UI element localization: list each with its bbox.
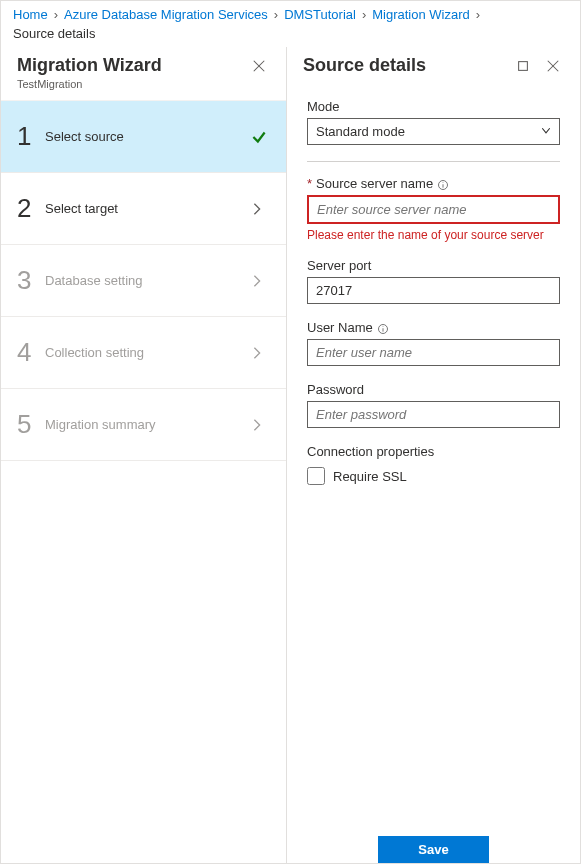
step-number: 4 [17,337,45,368]
step-number: 2 [17,193,45,224]
password-label: Password [307,382,560,397]
breadcrumb-current: Source details [13,26,95,41]
svg-rect-2 [519,62,528,71]
server-port-input[interactable] [307,277,560,304]
source-details-title: Source details [303,55,426,76]
close-wizard-button[interactable] [248,55,270,79]
step-label: Migration summary [45,417,250,432]
source-server-label: * Source server name [307,176,560,191]
wizard-subtitle: TestMigration [17,78,162,90]
source-server-input[interactable] [307,195,560,224]
source-details-form: Mode Standard mode * Source server name [287,89,580,826]
source-server-row: * Source server name Please enter the na… [307,176,560,242]
step-label: Select target [45,201,250,216]
wizard-panel: Migration Wizard TestMigration 1 Select … [1,47,287,864]
wizard-step-select-target[interactable]: 2 Select target [1,173,286,245]
step-label: Collection setting [45,345,250,360]
user-name-label: User Name [307,320,560,335]
wizard-title: Migration Wizard [17,55,162,76]
wizard-step-migration-summary[interactable]: 5 Migration summary [1,389,286,461]
source-details-header: Source details [287,47,580,89]
mode-row: Mode Standard mode [307,99,560,145]
wizard-steps: 1 Select source 2 Select target 3 Databa… [1,101,286,864]
connection-properties-title: Connection properties [307,444,560,459]
step-number: 5 [17,409,45,440]
mode-label: Mode [307,99,560,114]
panel-footer: Save [287,826,580,864]
password-input[interactable] [307,401,560,428]
close-details-button[interactable] [542,55,564,79]
chevron-right-icon: › [274,7,278,22]
chevron-right-icon [250,418,270,432]
close-icon [252,61,266,76]
pin-icon [516,61,530,76]
require-ssl-label: Require SSL [333,469,407,484]
label-text: User Name [307,320,373,335]
wizard-header: Migration Wizard TestMigration [1,47,286,101]
breadcrumb-link-dmstutorial[interactable]: DMSTutorial [284,7,356,22]
breadcrumb-link-adms[interactable]: Azure Database Migration Services [64,7,268,22]
save-button[interactable]: Save [378,836,488,863]
chevron-right-icon: › [362,7,366,22]
mode-select[interactable]: Standard mode [307,118,560,145]
chevron-right-icon: › [476,7,480,22]
password-row: Password [307,382,560,428]
breadcrumb-link-home[interactable]: Home [13,7,48,22]
section-divider [307,161,560,162]
wizard-step-select-source[interactable]: 1 Select source [1,101,286,173]
source-details-panel: Source details Mode S [287,47,580,864]
check-icon [250,128,270,146]
chevron-right-icon [250,346,270,360]
server-port-label: Server port [307,258,560,273]
chevron-right-icon: › [54,7,58,22]
user-name-row: User Name [307,320,560,366]
info-icon[interactable] [377,320,389,335]
required-star-icon: * [307,176,312,191]
step-label: Database setting [45,273,250,288]
wizard-step-database-setting[interactable]: 3 Database setting [1,245,286,317]
require-ssl-checkbox[interactable] [307,467,325,485]
server-port-row: Server port [307,258,560,304]
breadcrumb: Home › Azure Database Migration Services… [1,1,580,47]
breadcrumb-link-migration-wizard[interactable]: Migration Wizard [372,7,470,22]
close-icon [546,61,560,76]
label-text: Source server name [316,176,433,191]
source-server-error: Please enter the name of your source ser… [307,228,560,242]
step-number: 3 [17,265,45,296]
connection-properties-section: Connection properties Require SSL [307,444,560,485]
chevron-right-icon [250,274,270,288]
info-icon[interactable] [437,176,449,191]
pin-button[interactable] [512,55,534,79]
svg-point-7 [443,182,444,183]
user-name-input[interactable] [307,339,560,366]
step-label: Select source [45,129,250,144]
svg-point-10 [382,326,383,327]
wizard-step-collection-setting[interactable]: 4 Collection setting [1,317,286,389]
chevron-right-icon [250,202,270,216]
step-number: 1 [17,121,45,152]
